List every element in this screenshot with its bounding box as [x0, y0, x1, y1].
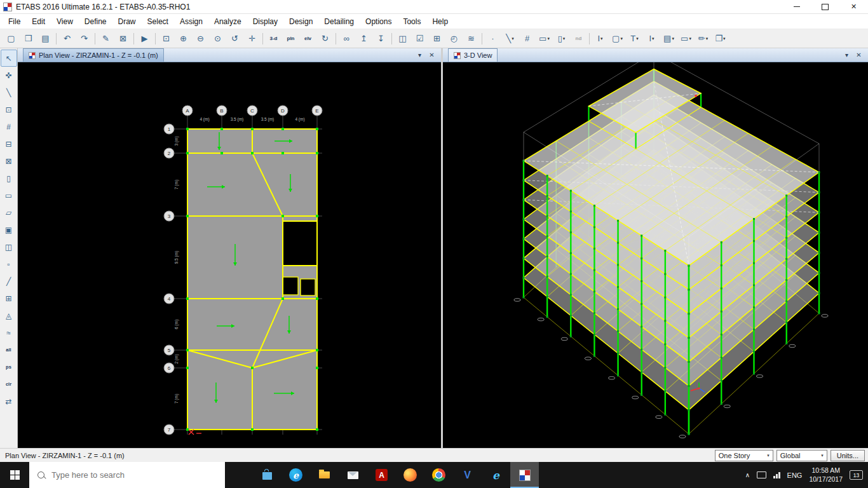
- open-model-icon[interactable]: ❒: [20, 30, 37, 47]
- redo-icon[interactable]: ↷: [76, 30, 93, 47]
- menu-assign[interactable]: Assign: [174, 15, 208, 28]
- clear-selection-icon[interactable]: clr: [1, 376, 17, 393]
- move-up-story-icon[interactable]: ↥: [355, 30, 372, 47]
- menu-draw[interactable]: Draw: [112, 15, 142, 28]
- plan-canvas[interactable]: ABCDE12345674 (m)3.5 (m)3.5 (m)4 (m)3 (m…: [18, 62, 441, 448]
- composite-beam-design-icon[interactable]: T▾: [626, 30, 643, 47]
- taskbar-firefox-icon[interactable]: [396, 462, 424, 488]
- draw-dimension-icon[interactable]: ◬: [1, 307, 17, 324]
- menu-tools[interactable]: Tools: [397, 15, 426, 28]
- threed-canvas[interactable]: [443, 62, 868, 448]
- nd-icon[interactable]: nd: [570, 30, 587, 47]
- draw-floor-icon[interactable]: ▭▾: [536, 30, 553, 47]
- zoom-in-icon[interactable]: ⊕: [175, 30, 192, 47]
- reshape-object-icon[interactable]: ✜: [1, 67, 17, 84]
- action-center-icon[interactable]: 13: [850, 470, 863, 480]
- steel-frame-design-icon[interactable]: I▾: [592, 30, 609, 47]
- taskbar-edge-icon[interactable]: e: [281, 462, 310, 488]
- menu-select[interactable]: Select: [142, 15, 174, 28]
- quick-draw-beam-icon[interactable]: ⊟: [1, 135, 17, 152]
- slab-design-icon[interactable]: ▭▾: [677, 30, 695, 47]
- wave-function-icon[interactable]: ≋: [463, 30, 480, 47]
- close-button[interactable]: ✕: [839, 0, 868, 13]
- minimize-button[interactable]: [782, 0, 811, 13]
- tray-language[interactable]: ENG: [787, 471, 803, 479]
- taskbar-mail-icon[interactable]: [339, 462, 367, 488]
- story-select[interactable]: One Story ▾: [715, 450, 773, 461]
- draw-joint-icon[interactable]: ∙: [484, 30, 501, 47]
- start-button[interactable]: [0, 462, 29, 488]
- menu-design[interactable]: Design: [283, 15, 318, 28]
- menu-define[interactable]: Define: [79, 15, 112, 28]
- menu-detailing[interactable]: Detailing: [318, 15, 360, 28]
- draw-wall-icon[interactable]: ◫: [1, 238, 17, 255]
- threed-view-close-button[interactable]: ✕: [855, 51, 863, 58]
- threed-view-menu-button[interactable]: ▾: [843, 51, 851, 58]
- lock-model-icon[interactable]: ⊠: [114, 30, 132, 47]
- menu-analyze[interactable]: Analyze: [208, 15, 247, 28]
- draw-rect-area-icon[interactable]: ▭: [1, 187, 17, 204]
- taskbar-etabs-icon[interactable]: [510, 462, 539, 488]
- taskbar-acrobat-icon[interactable]: A: [367, 462, 396, 488]
- tray-pc-icon[interactable]: [757, 471, 766, 478]
- tab-plan-view[interactable]: Plan View - ZIRZAMIN-1 - Z = -0.1 (m): [23, 48, 164, 62]
- quick-draw-frame-icon[interactable]: #: [519, 30, 536, 47]
- tab-threed-view[interactable]: 3-D View: [448, 48, 498, 62]
- draw-frame-icon[interactable]: ╲▾: [501, 30, 519, 47]
- tray-expand-icon[interactable]: ∧: [745, 471, 750, 478]
- move-down-story-icon[interactable]: ↧: [372, 30, 390, 47]
- taskbar-explorer-icon[interactable]: [310, 462, 339, 488]
- 3d-view-icon[interactable]: 3-d: [265, 30, 282, 47]
- draw-wall-icon[interactable]: ▯▾: [553, 30, 570, 47]
- quick-draw-braces-icon[interactable]: ⊠: [1, 152, 17, 170]
- detailing-icon[interactable]: ✏▾: [695, 30, 712, 47]
- steel-joist-design-icon[interactable]: I▾: [643, 30, 660, 47]
- maximize-button[interactable]: [811, 0, 839, 13]
- elevation-view-icon[interactable]: elv: [299, 30, 316, 47]
- draw-poly-area-icon[interactable]: ▱: [1, 204, 17, 221]
- taskbar-chrome-icon[interactable]: [424, 462, 453, 488]
- concrete-frame-design-icon[interactable]: ▢▾: [609, 30, 626, 47]
- menu-options[interactable]: Options: [360, 15, 397, 28]
- draw-area-icon[interactable]: ▯: [1, 170, 17, 187]
- select-all-icon[interactable]: all: [1, 341, 17, 358]
- tray-network-icon[interactable]: [773, 472, 780, 478]
- invert-selection-icon[interactable]: ⇄: [1, 393, 17, 410]
- tile-windows-icon[interactable]: ◫: [394, 30, 411, 47]
- draw-grid-icon[interactable]: ⊞: [1, 290, 17, 307]
- quick-draw-area-icon[interactable]: ▣: [1, 221, 17, 238]
- pointer-select-icon[interactable]: ↖: [1, 50, 17, 67]
- draw-link-icon[interactable]: ╱: [1, 273, 17, 290]
- undo-icon[interactable]: ↶: [58, 30, 76, 47]
- zoom-extents-icon[interactable]: ⊙: [209, 30, 226, 47]
- previous-selection-icon[interactable]: ps: [1, 358, 17, 376]
- draw-special-joint-icon[interactable]: ⊡: [1, 101, 17, 118]
- perspective-icon[interactable]: ∞: [338, 30, 355, 47]
- draw-line-icon[interactable]: ╲: [1, 84, 17, 101]
- new-model-icon[interactable]: ▢: [3, 30, 20, 47]
- taskbar-v-icon[interactable]: V: [453, 462, 482, 488]
- pan-icon[interactable]: ✛: [243, 30, 261, 47]
- object-visibility-icon[interactable]: ☑: [411, 30, 428, 47]
- search-input[interactable]: [50, 470, 193, 480]
- zoom-out-icon[interactable]: ⊖: [192, 30, 209, 47]
- coord-system-select[interactable]: Global ▾: [776, 450, 827, 461]
- section-cut-icon[interactable]: ◴: [445, 30, 463, 47]
- quick-draw-grid-icon[interactable]: #: [1, 118, 17, 135]
- shear-wall-design-icon[interactable]: ▤▾: [660, 30, 677, 47]
- plan-view-menu-button[interactable]: ▾: [416, 51, 424, 58]
- taskbar-ie-icon[interactable]: e: [482, 462, 510, 488]
- zoom-previous-icon[interactable]: ↺: [226, 30, 243, 47]
- menu-edit[interactable]: Edit: [26, 15, 51, 28]
- wave-icon[interactable]: ≈: [1, 324, 17, 341]
- menu-help[interactable]: Help: [426, 15, 454, 28]
- menu-view[interactable]: View: [51, 15, 79, 28]
- draw-window-icon[interactable]: ▫: [1, 255, 17, 273]
- taskbar-store-icon[interactable]: [253, 462, 281, 488]
- menu-file[interactable]: File: [3, 15, 26, 28]
- plan-view-icon[interactable]: pln: [282, 30, 299, 47]
- rubber-band-zoom-icon[interactable]: ⊡: [158, 30, 175, 47]
- units-button[interactable]: Units...: [831, 450, 865, 461]
- menu-display[interactable]: Display: [247, 15, 283, 28]
- display-options-icon[interactable]: ⊞: [428, 30, 445, 47]
